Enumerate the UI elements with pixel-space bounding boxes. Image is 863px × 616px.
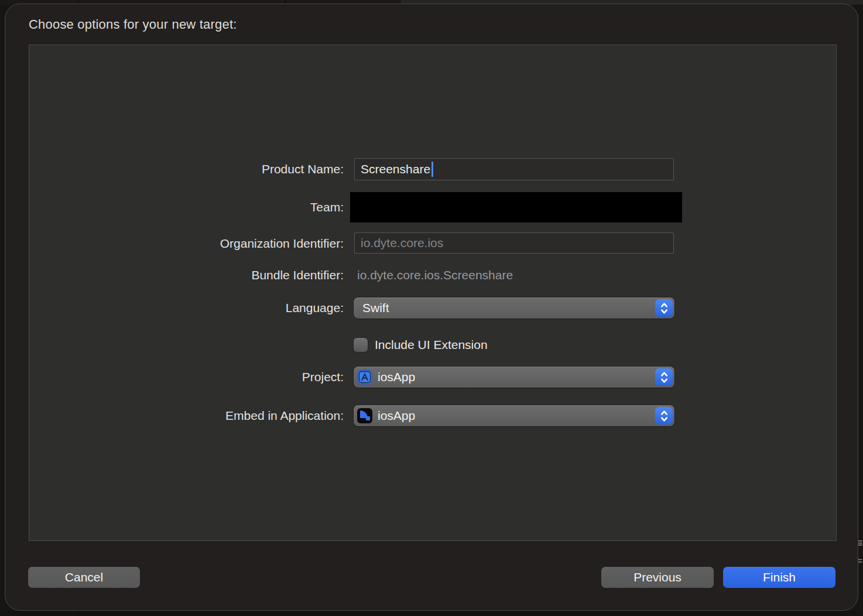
- language-popup[interactable]: Swift: [354, 297, 674, 319]
- finish-button[interactable]: Finish: [723, 567, 835, 588]
- app-store-a-icon: [357, 369, 372, 385]
- app-target-icon: [357, 408, 372, 423]
- organization-identifier-input[interactable]: io.dyte.core.ios: [354, 232, 674, 254]
- organization-identifier-placeholder: io.dyte.core.ios: [361, 236, 443, 250]
- product-name-input[interactable]: Screenshare: [354, 158, 674, 180]
- product-name-label: Product Name:: [29, 161, 344, 177]
- new-target-options-sheet: Choose options for your new target: Prod…: [5, 4, 858, 611]
- project-label: Project:: [29, 369, 344, 385]
- include-ui-extension-label[interactable]: Include UI Extension: [375, 337, 488, 353]
- up-down-chevrons-icon[interactable]: [655, 368, 673, 386]
- organization-identifier-label: Organization Identifier:: [29, 235, 344, 252]
- product-name-value: Screenshare: [361, 162, 430, 176]
- background-window-bottom-strip: [0, 611, 863, 616]
- text-caret: [432, 162, 433, 177]
- bundle-identifier-label: Bundle Identifier:: [29, 267, 344, 283]
- background-divider: [78, 611, 78, 616]
- previous-button[interactable]: Previous: [601, 567, 714, 588]
- team-popup-redacted[interactable]: [350, 192, 682, 223]
- embed-in-application-popup[interactable]: iosApp: [354, 405, 674, 426]
- embed-in-application-label: Embed in Application:: [29, 408, 344, 424]
- options-form-panel: Product Name: Screenshare Team: Organiza…: [29, 45, 837, 541]
- sheet-title: Choose options for your new target:: [29, 17, 237, 32]
- cancel-button[interactable]: Cancel: [28, 567, 140, 588]
- bundle-identifier-value: io.dyte.core.ios.Screenshare: [357, 267, 513, 283]
- project-popup[interactable]: iosApp: [354, 367, 674, 388]
- screen: ≡ ≈ Choose options for your new target: …: [0, 0, 863, 616]
- up-down-chevrons-icon[interactable]: [655, 407, 673, 425]
- embed-selected-value: iosApp: [372, 409, 415, 423]
- team-label: Team:: [29, 199, 344, 215]
- include-ui-extension-checkbox[interactable]: [354, 338, 368, 352]
- up-down-chevrons-icon[interactable]: [655, 299, 673, 317]
- project-selected-value: iosApp: [372, 370, 415, 384]
- language-label: Language:: [29, 300, 344, 316]
- language-selected-value: Swift: [354, 301, 389, 315]
